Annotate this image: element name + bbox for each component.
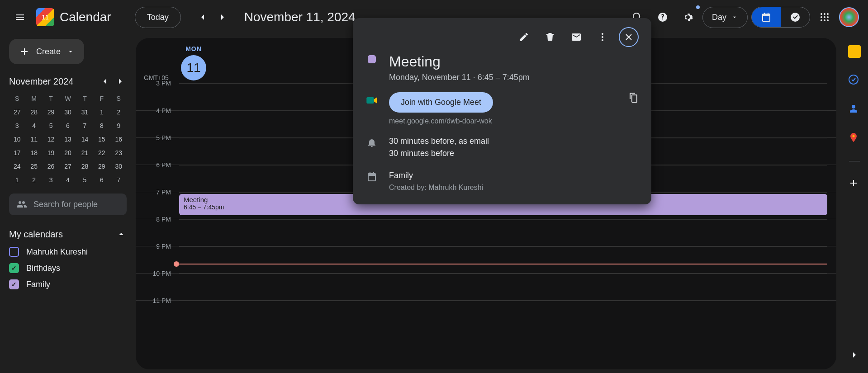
view-label: Day [712,13,726,22]
settings-button[interactable] [677,6,699,28]
hour-label: 3 PM [144,80,171,87]
minical-next[interactable] [114,75,127,88]
now-indicator [176,264,827,264]
contacts-app-button[interactable] [848,103,861,116]
join-meet-button[interactable]: Join with Google Meet [389,92,493,113]
minical-day[interactable]: 5 [43,119,59,132]
more-vert-icon [597,32,608,42]
minical-day[interactable]: 6 [60,119,76,132]
minical-day[interactable]: 7 [111,174,127,186]
minical-day[interactable]: 9 [111,119,127,132]
calendar-label: Family [26,280,50,289]
view-selector[interactable]: Day [702,7,748,28]
minical-day[interactable]: 2 [26,174,42,186]
minical-day[interactable]: 1 [9,174,25,186]
popup-event-when: Monday, November 11 · 6:45 – 7:45pm [389,73,530,82]
minical-day[interactable]: 10 [9,133,25,146]
minical-day[interactable]: 29 [94,160,109,173]
hour-row[interactable]: 11 PM [136,300,836,327]
day-header: MON 11 [181,45,206,80]
minical-day[interactable]: 18 [26,146,42,159]
svg-point-4 [824,16,825,18]
minical-prev[interactable] [99,75,111,88]
close-popup-button[interactable] [619,27,639,47]
minical-day[interactable]: 8 [94,119,109,132]
svg-point-1 [824,13,825,15]
day-number[interactable]: 11 [181,55,206,80]
show-side-panel-button[interactable] [845,346,863,364]
account-avatar[interactable] [839,7,859,27]
today-button[interactable]: Today [135,7,181,28]
minical-day[interactable]: 14 [77,133,93,146]
maps-app-button[interactable] [848,132,861,145]
search-people-input[interactable]: Search for people [9,194,127,215]
minical-day[interactable]: 20 [60,146,76,159]
minical-day[interactable]: 22 [94,146,109,159]
minical-day[interactable]: 28 [77,160,93,173]
svg-point-10 [602,36,603,38]
minical-day[interactable]: 27 [60,160,76,173]
calendar-item[interactable]: Mahrukh Kureshi [9,247,127,257]
popup-calendar-row: Family Created by: Mahrukh Kureshi [365,170,639,192]
minical-day[interactable]: 31 [77,106,93,118]
minical-day[interactable]: 25 [26,160,42,173]
minical-day[interactable]: 6 [94,174,109,186]
minical-day[interactable]: 4 [60,174,76,186]
copy-link-button[interactable] [628,92,639,105]
minical-day[interactable]: 1 [94,106,109,118]
minical-day[interactable]: 24 [9,160,25,173]
calendar-checkbox[interactable] [9,263,19,273]
minical-day[interactable]: 16 [111,133,127,146]
calendar-checkbox[interactable] [9,247,19,257]
tasks-mode-button[interactable] [781,7,810,27]
minical-day[interactable]: 30 [111,160,127,173]
minical-day[interactable]: 28 [26,106,42,118]
minical-day[interactable]: 30 [60,106,76,118]
hour-row[interactable]: 9 PM [136,246,836,273]
minical-day[interactable]: 7 [77,119,93,132]
keep-app-button[interactable] [848,45,861,58]
next-day-button[interactable] [213,8,232,26]
minical-nav [99,75,127,88]
minical-day[interactable]: 26 [43,160,59,173]
calendar-checkbox[interactable] [9,279,19,289]
main-menu-button[interactable] [9,6,31,28]
prev-day-button[interactable] [194,8,212,26]
email-guests-button[interactable] [566,27,586,47]
svg-point-9 [602,33,603,35]
chevron-up-icon [116,229,127,240]
minical-day[interactable]: 3 [9,119,25,132]
minical-day[interactable]: 21 [77,146,93,159]
support-button[interactable] [652,6,674,28]
minical-day[interactable]: 19 [43,146,59,159]
minical-day[interactable]: 13 [60,133,76,146]
options-button[interactable] [593,27,612,47]
minical-day[interactable]: 15 [94,133,109,146]
minical-day[interactable]: 12 [43,133,59,146]
create-button[interactable]: Create [9,39,84,64]
minical-day[interactable]: 2 [111,106,127,118]
minical-day[interactable]: 29 [43,106,59,118]
minical-day[interactable]: 5 [77,174,93,186]
hour-label: 8 PM [144,216,171,223]
delete-event-button[interactable] [540,27,560,47]
calendar-item[interactable]: Birthdays [9,263,127,273]
hour-row[interactable]: 10 PM [136,273,836,300]
google-apps-button[interactable] [814,6,835,28]
hour-line [179,274,827,274]
calendar-mode-button[interactable] [752,7,781,27]
minical-day[interactable]: 27 [9,106,25,118]
minical-day[interactable]: 3 [43,174,59,186]
minical-day[interactable]: 4 [26,119,42,132]
calendar-item[interactable]: Family [9,279,127,289]
tasks-app-button[interactable] [848,74,861,87]
menu-icon [14,12,25,23]
hour-row[interactable]: 8 PM [136,219,836,246]
minical-day[interactable]: 23 [111,146,127,159]
get-addons-button[interactable] [848,178,861,190]
minical-day[interactable]: 17 [9,146,25,159]
my-calendars-toggle[interactable]: My calendars [9,229,127,240]
popup-event-title: Meeting [389,53,530,70]
edit-event-button[interactable] [514,27,534,47]
minical-day[interactable]: 11 [26,133,42,146]
